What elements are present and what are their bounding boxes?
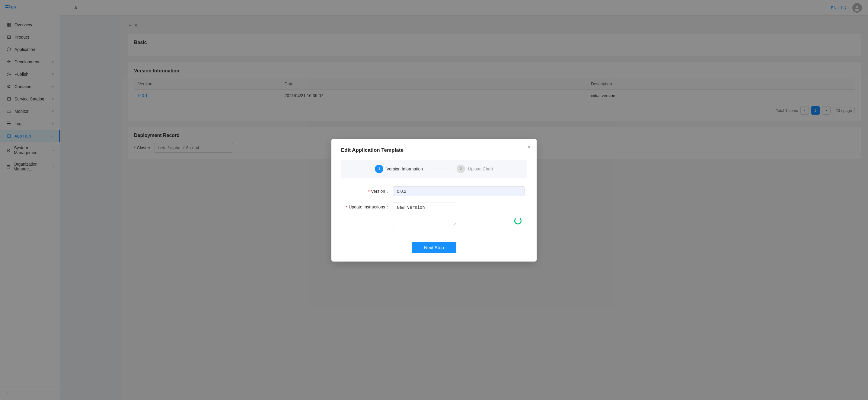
step-1: 1 Version Information (375, 165, 423, 173)
required-star: * (368, 189, 370, 194)
version-input[interactable] (393, 187, 525, 196)
step-2: 2 Upload Chart (457, 165, 493, 173)
step-1-circle: 1 (375, 165, 383, 173)
next-step-button[interactable]: Next Step (412, 242, 456, 253)
step-1-label: Version Information (386, 167, 423, 171)
version-field-label: * Version： (341, 187, 389, 194)
update-instructions-textarea[interactable]: New Version (393, 202, 456, 226)
required-star-2: * (346, 205, 347, 210)
modal: Edit Application Template × 1 Version In… (331, 139, 537, 262)
update-instructions-row: * Update Instructions： New Version (341, 202, 525, 228)
steps-bar: 1 Version Information 2 Upload Chart (341, 160, 527, 178)
step-connector (428, 169, 452, 169)
version-row: * Version： (341, 187, 525, 196)
modal-close-button[interactable]: × (527, 144, 531, 149)
step-2-circle: 2 (457, 165, 465, 173)
step-2-label: Upload Chart (468, 167, 493, 171)
emoji-icon (514, 217, 522, 225)
update-instructions-label: * Update Instructions： (341, 202, 389, 210)
textarea-wrapper: New Version (393, 202, 525, 228)
modal-title: Edit Application Template (341, 147, 527, 153)
modal-overlay[interactable]: Edit Application Template × 1 Version In… (0, 0, 868, 400)
modal-form: * Version： * Update Instructions： New Ve… (341, 187, 527, 233)
